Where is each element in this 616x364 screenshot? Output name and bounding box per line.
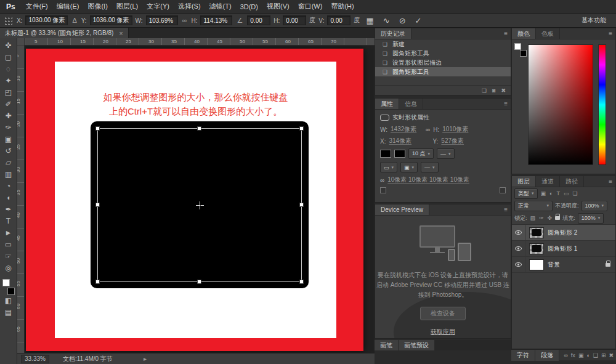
transform-handle-bottom-left[interactable] [95, 280, 100, 284]
menu-item-window[interactable]: 窗口(W) [294, 0, 327, 13]
stroke-align-combo[interactable]: ▭ ▾ [380, 162, 397, 172]
panel-menu-icon[interactable]: ≡ [501, 100, 511, 107]
lock-transparent-pixels-icon[interactable]: ▨ [530, 215, 537, 221]
blend-mode-combo[interactable]: 正常 ▾ [514, 201, 553, 211]
transform-handle-top-right[interactable] [299, 126, 304, 131]
stroke-caps-combo[interactable]: ▣ ▾ [400, 162, 418, 172]
layer-name[interactable]: 圆角矩形 2 [548, 229, 577, 237]
menu-item-image[interactable]: 图像(I) [83, 0, 111, 13]
move-tool[interactable]: ✜ [0, 40, 17, 52]
shape-y-field[interactable]: 527像素 [441, 137, 464, 145]
type-tool[interactable]: T [0, 216, 17, 227]
background-lock-icon[interactable] [606, 263, 610, 267]
zoom-tool[interactable]: ◎ [0, 262, 17, 274]
delete-state-icon[interactable]: ✖ [501, 87, 506, 94]
visibility-toggle[interactable] [512, 225, 525, 240]
filter-type-combo[interactable]: 类型 ▾ [514, 188, 538, 199]
link-layers-icon[interactable]: ∞ [564, 352, 567, 358]
hue-strip[interactable] [598, 44, 606, 165]
panel-menu-icon[interactable]: ≡ [606, 178, 615, 185]
layer-thumbnail[interactable] [529, 243, 544, 254]
cancel-transform-button[interactable]: ⊘ [396, 16, 409, 25]
tab-paragraph[interactable]: 段落 [535, 350, 559, 361]
clone-stamp-tool[interactable]: ▣ [0, 134, 17, 145]
link-wh-icon[interactable]: ∞ [426, 126, 430, 133]
layer-style-fx-icon[interactable]: fx [571, 352, 575, 358]
workspace-switcher[interactable]: 基本功能 [582, 16, 612, 25]
new-group-icon[interactable]: ❑ [593, 352, 598, 358]
lasso-tool[interactable]: ◌ [0, 63, 17, 75]
history-brush-tool[interactable]: ↺ [0, 145, 17, 157]
new-snapshot-icon[interactable]: ◙ [492, 87, 495, 94]
tab-properties[interactable]: 属性 [375, 99, 399, 109]
filter-shape-layers-icon[interactable]: ▭ [563, 190, 570, 196]
rectangle-tool[interactable]: ▭ [0, 239, 17, 251]
transform-handle-bottom-middle[interactable] [197, 280, 201, 284]
left-ruler[interactable]: 5 10 15 20 25 30 35 40 45 50 55 60 65 [17, 46, 25, 353]
history-item-selected[interactable]: ❏ 圆角矩形工具 [375, 67, 511, 76]
eyedropper-tool[interactable]: ✐ [0, 99, 17, 110]
tab-layers[interactable]: 图层 [512, 176, 536, 187]
shape-width-field[interactable]: 1432像素 [391, 125, 423, 134]
visibility-toggle[interactable] [512, 257, 525, 272]
menu-item-help[interactable]: 帮助(H) [326, 0, 358, 13]
transform-handle-middle-right[interactable] [299, 203, 304, 207]
canvas-area[interactable]: 5 10 15 20 25 30 35 40 45 50 55 60 65 70… [17, 38, 375, 353]
close-tab-icon[interactable]: × [119, 30, 123, 37]
tab-character[interactable]: 字符 [511, 350, 535, 361]
panel-menu-icon[interactable]: ≡ [501, 206, 511, 213]
dodge-tool[interactable]: ◖ [0, 192, 17, 204]
pathfinder-checkbox[interactable] [500, 187, 506, 193]
horizontal-skew-field[interactable]: 0.00 [283, 15, 306, 25]
layer-row-background[interactable]: 背景 [512, 257, 615, 273]
rotation-field[interactable]: 0.00 [247, 15, 270, 25]
tab-history[interactable]: 历史记录 [375, 28, 411, 39]
top-ruler[interactable]: 5 10 15 20 25 30 35 40 45 50 55 60 65 70 [25, 38, 375, 46]
vertical-skew-field[interactable]: 0.00 [327, 15, 351, 25]
quick-selection-tool[interactable]: ✦ [0, 75, 17, 87]
white-page[interactable]: 如果你想调整图形的大小，那么你就按住键盘 上的Ctrl+T就可以自由变换图形的大… [55, 62, 336, 338]
opacity-combo[interactable]: 100% ▾ [582, 201, 608, 211]
document-tab[interactable]: 未标题-1 @ 33.3% (圆角矩形 2, RGB/8) × [0, 28, 129, 38]
tab-color[interactable]: 颜色 [512, 28, 536, 39]
transform-handle-bottom-right[interactable] [299, 280, 304, 284]
filter-smart-objects-icon[interactable]: ❏ [572, 190, 578, 196]
hand-tool[interactable]: ☞ [0, 251, 17, 262]
transform-reference-point-icon[interactable] [196, 201, 204, 209]
foreground-color-swatch[interactable] [2, 279, 10, 286]
y-position-field[interactable]: 1036.00 像素 [90, 15, 132, 25]
spot-healing-brush-tool[interactable]: ✚ [0, 110, 17, 122]
status-flyout-icon[interactable]: ▸ [144, 355, 147, 362]
brush-tool[interactable]: ✑ [0, 122, 17, 134]
layer-row-rounded-rect-1[interactable]: 圆角矩形 1 [512, 241, 615, 257]
history-item[interactable]: ❏ 新建 [375, 39, 511, 49]
history-item[interactable]: ❏ 圆角矩形工具 [375, 49, 511, 58]
foreground-color-swatch[interactable] [514, 43, 521, 50]
menu-item-layer[interactable]: 图层(L) [112, 0, 142, 13]
filter-type-layers-icon[interactable]: T [556, 190, 561, 196]
link-radius-icon[interactable]: ∞ [380, 177, 384, 184]
layer-thumbnail[interactable] [529, 259, 544, 270]
tab-device-preview[interactable]: Device Preview [375, 204, 429, 215]
transform-handle-top-left[interactable] [95, 126, 100, 131]
tab-channels[interactable]: 通道 [536, 176, 560, 187]
transform-handle-middle-left[interactable] [95, 203, 100, 207]
blur-tool[interactable]: ◔ [0, 180, 17, 192]
eraser-tool[interactable]: ▱ [0, 157, 17, 169]
mini-color-swatches[interactable] [514, 43, 527, 57]
stroke-type-combo[interactable]: — ▾ [437, 148, 455, 159]
tab-brush-presets[interactable]: 画笔预设 [399, 340, 435, 350]
lock-all-icon[interactable] [555, 216, 560, 220]
tab-paths[interactable]: 路径 [560, 176, 584, 187]
panel-menu-icon[interactable]: ≡ [501, 30, 511, 37]
stroke-color-swatch[interactable] [394, 150, 405, 158]
height-scale-field[interactable]: 114.13% [200, 15, 232, 25]
lock-position-icon[interactable]: ✜ [547, 215, 553, 221]
corner-radius-values[interactable]: 10像素 10像素 10像素 10像素 [387, 176, 469, 184]
lock-image-pixels-icon[interactable]: ✑ [538, 215, 545, 221]
artboard[interactable]: 如果你想调整图形的大小，那么你就按住键盘 上的Ctrl+T就可以自由变换图形的大… [26, 49, 363, 351]
saturation-brightness-picker[interactable] [528, 44, 593, 165]
quick-mask-icon[interactable]: ◧ [0, 295, 17, 307]
tab-swatches[interactable]: 色板 [536, 28, 560, 39]
background-color-swatch[interactable] [7, 288, 15, 295]
